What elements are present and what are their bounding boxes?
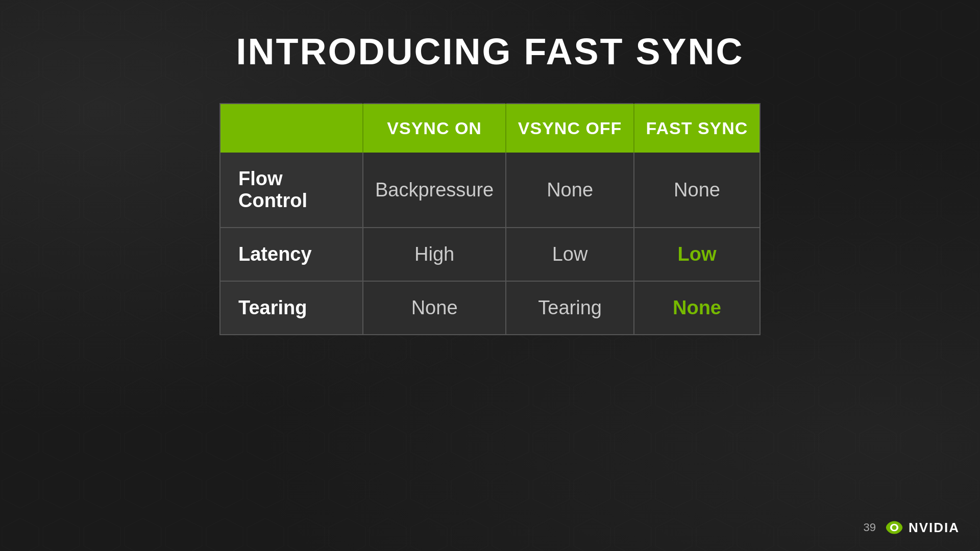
row-fast-sync-tearing: None bbox=[634, 281, 760, 335]
row-label-latency: Latency bbox=[220, 228, 363, 281]
table-row: Tearing None Tearing None bbox=[220, 281, 760, 335]
row-vsync-off-latency: Low bbox=[506, 228, 634, 281]
row-vsync-off-flow-control: None bbox=[506, 153, 634, 228]
table-body: Flow Control Backpressure None None Late… bbox=[220, 153, 760, 335]
row-vsync-on-latency: High bbox=[363, 228, 506, 281]
slide-title: INTRODUCING FAST SYNC bbox=[236, 31, 744, 72]
row-vsync-on-tearing: None bbox=[363, 281, 506, 335]
header-empty bbox=[220, 104, 363, 153]
row-fast-sync-flow-control: None bbox=[634, 153, 760, 228]
header-vsync-off: VSYNC OFF bbox=[506, 104, 634, 153]
row-vsync-off-tearing: Tearing bbox=[506, 281, 634, 335]
slide-container: INTRODUCING FAST SYNC VSYNC ON VSYNC OFF… bbox=[0, 0, 980, 551]
row-label-tearing: Tearing bbox=[220, 281, 363, 335]
table-row: Flow Control Backpressure None None bbox=[220, 153, 760, 228]
header-fast-sync: FAST SYNC bbox=[634, 104, 760, 153]
nvidia-brand: NVIDIA bbox=[909, 520, 960, 536]
comparison-table: VSYNC ON VSYNC OFF FAST SYNC Flow Contro… bbox=[219, 103, 761, 335]
nvidia-eye-icon bbox=[885, 518, 903, 537]
nvidia-logo: 39 NVIDIA bbox=[863, 518, 960, 537]
header-vsync-on: VSYNC ON bbox=[363, 104, 506, 153]
table-row: Latency High Low Low bbox=[220, 228, 760, 281]
row-fast-sync-latency: Low bbox=[634, 228, 760, 281]
table-header-row: VSYNC ON VSYNC OFF FAST SYNC bbox=[220, 104, 760, 153]
svg-point-0 bbox=[892, 525, 896, 530]
slide-number: 39 bbox=[863, 521, 875, 534]
row-vsync-on-flow-control: Backpressure bbox=[363, 153, 506, 228]
row-label-flow-control: Flow Control bbox=[220, 153, 363, 228]
